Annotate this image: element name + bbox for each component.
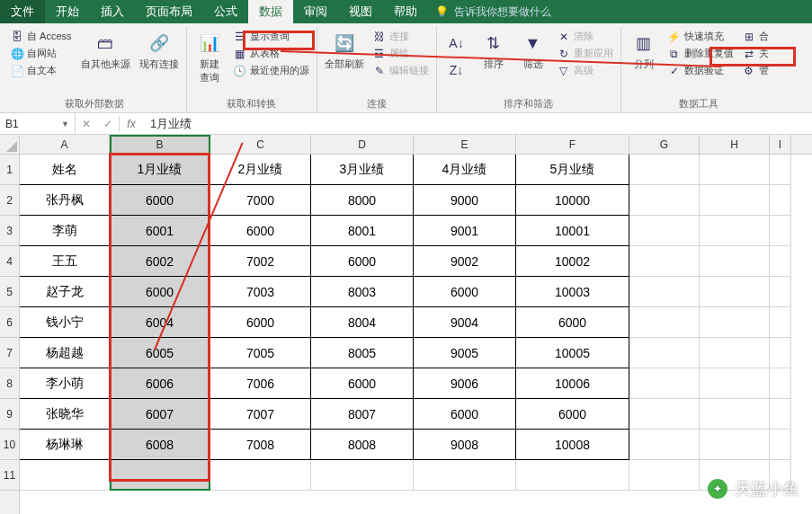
cell-H10[interactable]	[700, 430, 770, 460]
new-query-button[interactable]: 📊新建 查询	[192, 29, 227, 86]
cell-D9[interactable]: 8007	[311, 399, 414, 430]
cell-B2[interactable]: 6000	[110, 185, 210, 216]
col-header-B[interactable]: B	[110, 135, 210, 154]
cell-F1[interactable]: 5月业绩	[516, 155, 629, 185]
row-header-4[interactable]: 4	[0, 246, 19, 277]
cell-B11[interactable]	[110, 460, 210, 491]
cell-H2[interactable]	[700, 185, 770, 216]
cell-E4[interactable]: 9002	[414, 246, 516, 277]
cell-H4[interactable]	[700, 246, 770, 277]
tab-data[interactable]: 数据	[248, 0, 293, 23]
cell-C10[interactable]: 7008	[210, 430, 311, 460]
from-text-button[interactable]: 📄自文本	[9, 63, 74, 78]
cell-E9[interactable]: 6000	[414, 399, 516, 430]
cell-A6[interactable]: 钱小宁	[20, 307, 110, 338]
cell-G6[interactable]	[629, 307, 700, 338]
cell-E6[interactable]: 9004	[414, 307, 516, 338]
cell-D5[interactable]: 8003	[311, 277, 414, 307]
from-other-button[interactable]: 🗃自其他来源	[79, 29, 132, 73]
formula-input[interactable]: 1月业绩	[143, 116, 199, 132]
connections-button[interactable]: ⛓连接	[371, 29, 431, 44]
col-header-A[interactable]: A	[20, 135, 110, 154]
row-header-11[interactable]: 11	[0, 460, 19, 491]
cell-I6[interactable]	[770, 307, 791, 338]
cell-G7[interactable]	[629, 338, 700, 368]
cell-G5[interactable]	[629, 277, 700, 307]
name-box[interactable]: B1 ▼	[0, 113, 76, 134]
cell-A9[interactable]: 张晓华	[20, 399, 110, 430]
sort-button[interactable]: ⇅排序	[477, 29, 511, 73]
cell-C5[interactable]: 7003	[210, 277, 311, 307]
cell-H7[interactable]	[700, 338, 770, 368]
cell-D11[interactable]	[311, 460, 414, 491]
cell-A3[interactable]: 李萌	[20, 216, 110, 246]
tab-insert[interactable]: 插入	[90, 0, 135, 23]
from-table-button[interactable]: ▦从表格	[232, 46, 311, 61]
cell-I8[interactable]	[770, 368, 791, 399]
cell-A4[interactable]: 王五	[20, 246, 110, 277]
data-validation-button[interactable]: ✓数据验证	[666, 63, 736, 78]
cell-C2[interactable]: 7000	[210, 185, 311, 216]
cell-B7[interactable]: 6005	[110, 338, 210, 368]
cell-D7[interactable]: 8005	[311, 338, 414, 368]
cell-D8[interactable]: 6000	[311, 368, 414, 399]
cell-E2[interactable]: 9000	[414, 185, 516, 216]
cell-H1[interactable]	[700, 155, 770, 185]
cell-D3[interactable]: 8001	[311, 216, 414, 246]
col-header-F[interactable]: F	[516, 135, 629, 154]
column-headers[interactable]: ABCDEFGHI	[20, 135, 812, 155]
cell-E11[interactable]	[414, 460, 516, 491]
cell-A8[interactable]: 李小萌	[20, 368, 110, 399]
cell-E5[interactable]: 6000	[414, 277, 516, 307]
cell-G10[interactable]	[629, 430, 700, 460]
relationships-button[interactable]: ⇄关	[741, 46, 771, 61]
cell-B8[interactable]: 6006	[110, 368, 210, 399]
tab-home[interactable]: 开始	[45, 0, 90, 23]
cell-G1[interactable]	[629, 155, 700, 185]
cell-A5[interactable]: 赵子龙	[20, 277, 110, 307]
cell-G2[interactable]	[629, 185, 700, 216]
row-header-2[interactable]: 2	[0, 185, 19, 216]
cell-E3[interactable]: 9001	[414, 216, 516, 246]
col-header-E[interactable]: E	[414, 135, 516, 154]
cell-grid[interactable]: 姓名1月业绩2月业绩3月业绩4月业绩5月业绩张丹枫600070008000900…	[20, 155, 812, 514]
chevron-down-icon[interactable]: ▼	[61, 120, 69, 128]
cell-F7[interactable]: 10005	[516, 338, 629, 368]
cell-H8[interactable]	[700, 368, 770, 399]
tab-formula[interactable]: 公式	[203, 0, 248, 23]
manage-model-button[interactable]: ⚙管	[741, 63, 771, 78]
cell-I10[interactable]	[770, 430, 791, 460]
cell-E8[interactable]: 9006	[414, 368, 516, 399]
cell-F8[interactable]: 10006	[516, 368, 629, 399]
cell-D6[interactable]: 8004	[311, 307, 414, 338]
row-header-1[interactable]: 1	[0, 155, 19, 185]
cell-I1[interactable]	[770, 155, 791, 185]
cell-I7[interactable]	[770, 338, 791, 368]
tab-help[interactable]: 帮助	[383, 0, 428, 23]
text-to-columns-button[interactable]: ▥分列	[627, 29, 661, 73]
cell-F3[interactable]: 10001	[516, 216, 629, 246]
tab-layout[interactable]: 页面布局	[135, 0, 203, 23]
cell-F9[interactable]: 6000	[516, 399, 629, 430]
cell-G11[interactable]	[629, 460, 700, 491]
filter-button[interactable]: ▼筛选	[516, 29, 550, 73]
remove-duplicates-button[interactable]: ⧉删除重复值	[666, 46, 736, 61]
cell-C4[interactable]: 7002	[210, 246, 311, 277]
row-header-5[interactable]: 5	[0, 277, 19, 307]
cell-F4[interactable]: 10002	[516, 246, 629, 277]
cell-E1[interactable]: 4月业绩	[414, 155, 516, 185]
row-headers[interactable]: 1234567891011	[0, 155, 20, 514]
cell-C9[interactable]: 7007	[210, 399, 311, 430]
refresh-all-button[interactable]: 🔄全部刷新	[323, 29, 366, 73]
cell-B1[interactable]: 1月业绩	[110, 155, 210, 185]
row-header-9[interactable]: 9	[0, 399, 19, 430]
tell-me[interactable]: 💡 告诉我你想要做什么	[428, 0, 551, 23]
cell-H3[interactable]	[700, 216, 770, 246]
cell-F5[interactable]: 10003	[516, 277, 629, 307]
cell-F2[interactable]: 10000	[516, 185, 629, 216]
cell-G4[interactable]	[629, 246, 700, 277]
row-header-10[interactable]: 10	[0, 430, 19, 460]
col-header-H[interactable]: H	[700, 135, 770, 154]
cell-A11[interactable]	[20, 460, 110, 491]
cell-I4[interactable]	[770, 246, 791, 277]
